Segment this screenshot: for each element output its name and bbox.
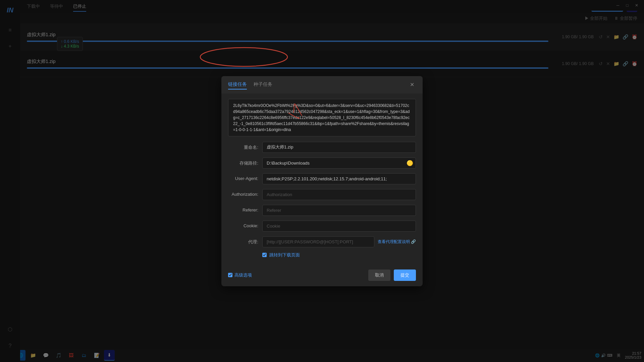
referer-label: Referer:: [228, 205, 258, 213]
authorization-row: Authorization:: [228, 189, 416, 200]
save-path-input[interactable]: [262, 158, 416, 169]
footer-actions: 高级选项 取消 提交: [228, 269, 416, 281]
proxy-label: 代理:: [228, 236, 258, 245]
referer-input-wrap: [262, 205, 416, 216]
modal-overlay: 链接任务 种子任务 ✕ 2L6yTlk7ko4mr0OOe%2FbWt%2Fg%…: [0, 0, 644, 362]
user-agent-input-wrap: [262, 173, 416, 184]
referer-row: Referer:: [228, 205, 416, 216]
advanced-label[interactable]: 高级选项: [234, 272, 252, 278]
cookie-input[interactable]: [262, 221, 416, 232]
save-path-label: 存储路径:: [228, 158, 258, 166]
modal-footer: 高级选项 取消 提交: [221, 265, 423, 286]
cookie-label: Cookie:: [228, 221, 258, 228]
cookie-row: Cookie:: [228, 221, 416, 232]
user-agent-label: User-Agent:: [228, 173, 258, 181]
proxy-input[interactable]: [262, 236, 374, 247]
svg-point-0: [200, 48, 287, 66]
advanced-checkbox[interactable]: [228, 273, 232, 277]
proxy-row: 代理: 查看代理配置说明 🔗: [228, 236, 416, 247]
submit-button[interactable]: 提交: [394, 269, 416, 281]
rename-input-wrap: [262, 142, 416, 153]
rename-label: 重命名:: [228, 142, 258, 150]
add-task-modal: 链接任务 种子任务 ✕ 2L6yTlk7ko4mr0OOe%2FbWt%2Fg%…: [221, 76, 423, 286]
modal-header: 链接任务 种子任务 ✕: [221, 76, 423, 94]
authorization-input-wrap: [262, 189, 416, 200]
user-agent-input[interactable]: [262, 173, 416, 184]
user-agent-row: User-Agent: 填入UA: [228, 173, 416, 184]
app-background: IN ≡ + ⬡ ? 下载中 等待中 已停止 ⟳ + 添加任务 ☁ ─ □ ✕ …: [0, 0, 644, 362]
modal-body: 2L6yTlk7ko4mr0OOe%2FbWt%2Fg%3D&so=0&ut=6…: [221, 94, 423, 265]
proxy-help-link[interactable]: 查看代理配置说明 🔗: [378, 239, 416, 245]
modal-tab-link[interactable]: 链接任务: [228, 80, 247, 89]
advanced-options: 高级选项: [228, 272, 252, 278]
cookie-input-wrap: [262, 221, 416, 232]
save-path-input-wrap: 🟡: [262, 158, 416, 169]
authorization-input[interactable]: [262, 189, 416, 200]
url-display[interactable]: 2L6yTlk7ko4mr0OOe%2FbWt%2Fg%3D&so=0&ut=6…: [228, 99, 416, 136]
redirect-checkbox[interactable]: [262, 253, 267, 257]
cancel-button[interactable]: 取消: [368, 269, 390, 281]
folder-browse-button[interactable]: 🟡: [407, 160, 413, 166]
modal-tab-torrent[interactable]: 种子任务: [254, 80, 272, 89]
rename-input[interactable]: [262, 142, 416, 153]
authorization-label: Authorization:: [228, 189, 258, 197]
referer-input[interactable]: [262, 205, 416, 216]
modal-close-button[interactable]: ✕: [408, 81, 416, 89]
rename-row: 重命名:: [228, 142, 416, 153]
redirect-label: 跳转到下载页面: [269, 252, 300, 258]
proxy-input-wrap: 查看代理配置说明 🔗: [262, 236, 416, 247]
save-path-row: 存储路径: 🟡: [228, 158, 416, 169]
